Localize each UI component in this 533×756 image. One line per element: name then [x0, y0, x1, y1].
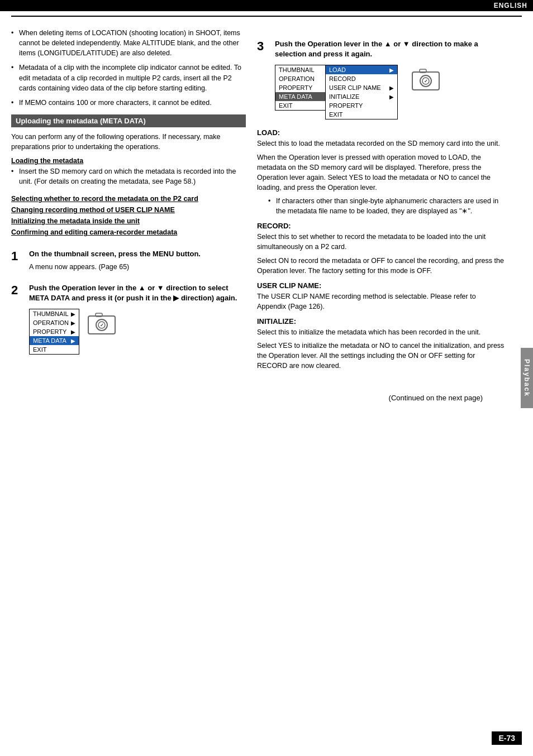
- userclip-heading: USER CLIP NAME:: [257, 281, 505, 290]
- record-text2: Select ON to record the metadata or OFF …: [257, 256, 505, 276]
- menu-r-operation: OPERATION: [275, 74, 325, 83]
- load-bullet-list: If characters other than single-byte alp…: [257, 196, 505, 216]
- top-divider: [11, 16, 522, 17]
- step-1-content: On the thumbnail screen, press the MENU …: [29, 249, 246, 271]
- loading-bullet-item: Insert the SD memory card on which the m…: [11, 166, 246, 186]
- initialize-heading: INITIALIZE:: [257, 317, 505, 326]
- step-3-left-menu: THUMBNAIL OPERATION PROPERTY META DATA: [275, 65, 325, 111]
- link-change: Changing recording method of USER CLIP N…: [11, 204, 246, 216]
- step-2-content: Push the Operation lever in the ▲ or ▼ d…: [29, 283, 246, 355]
- menu-r-thumbnail: THUMBNAIL: [275, 65, 325, 74]
- step-2-menu-diagram: THUMBNAIL▶ OPERATION▶ PROPERTY▶ META DAT…: [29, 309, 246, 355]
- top-bullet-list: When deleting items of LOCATION (shootin…: [11, 28, 246, 108]
- loading-metadata-heading: Loading the metadata: [11, 155, 246, 166]
- svg-text:✓: ✓: [424, 79, 428, 84]
- step-3-number: 3: [257, 39, 269, 119]
- menu-r-exit: EXIT: [275, 101, 325, 110]
- step-1-title: On the thumbnail screen, press the MENU …: [29, 249, 246, 259]
- camera-icon: ✓: [85, 309, 118, 337]
- step-3-title: Push the Operation lever in the ▲ or ▼ d…: [275, 39, 505, 59]
- menu-row-operation: OPERATION▶: [30, 318, 79, 327]
- step-2-title: Push the Operation lever in the ▲ or ▼ d…: [29, 283, 246, 303]
- initialize-text2: Select YES to initialize the metadata or…: [257, 341, 505, 371]
- main-content: When deleting items of LOCATION (shootin…: [0, 22, 533, 413]
- link-initialize: Initializing the metadata inside the uni…: [11, 216, 246, 227]
- bullet-item: If MEMO contains 100 or more characters,…: [11, 98, 246, 108]
- load-heading: LOAD:: [257, 128, 505, 137]
- menu-r-metadata: META DATA: [275, 92, 325, 101]
- menu-r-property: PROPERTY: [275, 83, 325, 92]
- userclip-text: The USER CLIP NAME recording method is s…: [257, 291, 505, 312]
- record-heading: RECORD:: [257, 222, 505, 230]
- submenu-exit: EXIT: [326, 110, 397, 119]
- step-3: 3 Push the Operation lever in the ▲ or ▼…: [257, 39, 505, 119]
- top-bar: ENGLISH: [0, 0, 533, 11]
- camera-icon-right: ✓: [409, 65, 442, 93]
- submenu-load: LOAD▶: [326, 65, 397, 74]
- step-3-menu-diagram: THUMBNAIL OPERATION PROPERTY META DATA: [275, 65, 505, 119]
- record-text1: Select this to set whether to record the…: [257, 232, 505, 252]
- section-heading: Uploading the metadata (META DATA): [11, 114, 246, 127]
- loading-bullet: Insert the SD memory card on which the m…: [11, 166, 246, 186]
- step-1: 1 On the thumbnail screen, press the MEN…: [11, 249, 246, 271]
- step-2-number: 2: [11, 283, 23, 355]
- bullet-item: Metadata of a clip with the incomplete c…: [11, 63, 246, 93]
- menu-row-exit: EXIT: [30, 345, 79, 354]
- step-3-menu-combined: THUMBNAIL OPERATION PROPERTY META DATA: [275, 65, 398, 119]
- bottom-bar: E-73: [0, 731, 533, 745]
- load-bullet-item: If characters other than single-byte alp…: [268, 196, 505, 216]
- menu-row-property: PROPERTY▶: [30, 327, 79, 336]
- side-tab: Playback: [521, 348, 533, 408]
- continued-text: (Continued on the next page): [257, 394, 483, 402]
- step-3-right-menu: LOAD▶ RECORD USER CLIP NAME▶ INITIALIZE▶: [325, 65, 398, 119]
- intro-text: You can perform any of the following ope…: [11, 132, 246, 152]
- initialize-text1: Select this to initialize the metadata w…: [257, 327, 505, 337]
- svg-text:✓: ✓: [100, 323, 104, 328]
- submenu-initialize: INITIALIZE▶: [326, 92, 397, 101]
- right-column: 3 Push the Operation lever in the ▲ or ▼…: [257, 28, 522, 402]
- step-1-body: A menu now appears. (Page 65): [29, 262, 246, 272]
- submenu-property: PROPERTY: [326, 101, 397, 110]
- menu-row-thumbnail: THUMBNAIL▶: [30, 309, 79, 318]
- page-number: E-73: [492, 731, 522, 745]
- link-select: Selecting whether to record the metadata…: [11, 193, 246, 204]
- load-text2: When the Operation lever is pressed with…: [257, 152, 505, 193]
- step-2-menu-box: THUMBNAIL▶ OPERATION▶ PROPERTY▶ META DAT…: [29, 309, 79, 355]
- left-column: When deleting items of LOCATION (shootin…: [11, 28, 246, 402]
- bullet-item: When deleting items of LOCATION (shootin…: [11, 28, 246, 58]
- menu-row-metadata: META DATA▶: [30, 336, 79, 345]
- language-label: ENGLISH: [494, 2, 527, 9]
- step-2: 2 Push the Operation lever in the ▲ or ▼…: [11, 283, 246, 355]
- submenu-userclip: USER CLIP NAME▶: [326, 83, 397, 92]
- step-1-number: 1: [11, 249, 23, 271]
- submenu-record: RECORD: [326, 74, 397, 83]
- load-text1: Select this to load the metadata recorde…: [257, 138, 505, 149]
- link-confirm: Confirming and editing camera-recorder m…: [11, 227, 246, 238]
- step-3-content: Push the Operation lever in the ▲ or ▼ d…: [275, 39, 505, 119]
